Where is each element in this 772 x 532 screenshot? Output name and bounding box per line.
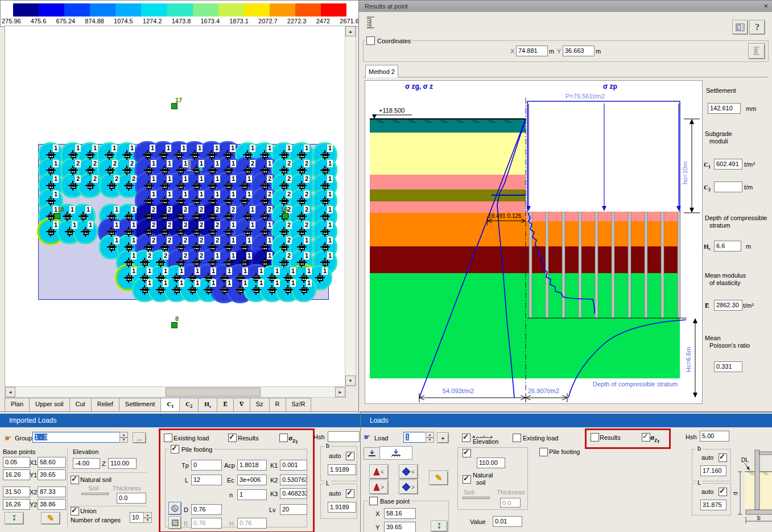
- hc-field[interactable]: 6.6: [714, 241, 741, 251]
- loads-l-auto-checkbox[interactable]: [719, 488, 727, 496]
- prev-area-button[interactable]: <: [369, 464, 389, 479]
- ranges-spinner[interactable]: ▲▼: [143, 512, 152, 523]
- k2-field[interactable]: 0.530763: [280, 475, 307, 485]
- prev-diamond-button[interactable]: <: [399, 464, 418, 479]
- loads-sigma-checkbox[interactable]: [642, 433, 650, 442]
- edit-points-button[interactable]: ✎: [41, 512, 60, 525]
- circular-pile-button[interactable]: [168, 502, 181, 515]
- report-view-button[interactable]: [732, 20, 748, 35]
- ec-field[interactable]: 3e+006: [237, 475, 267, 485]
- bp-val-3[interactable]: 31.50: [3, 486, 30, 497]
- plan-hscrollbar[interactable]: ◄ ►: [5, 386, 346, 398]
- x-coordinate-field[interactable]: 74.881: [516, 46, 548, 56]
- cross-section-drawing[interactable]: +118.500 P=79.561t/m2: [365, 80, 703, 404]
- scroll-up-arrow-icon[interactable]: ▲: [345, 26, 356, 36]
- scroll-left-arrow-icon[interactable]: ◄: [5, 387, 15, 397]
- l-auto-checkbox[interactable]: [346, 489, 354, 498]
- acp-field[interactable]: 1.8018: [237, 460, 267, 471]
- y-coordinate-field[interactable]: 36.663: [563, 46, 595, 56]
- base-point-checkbox[interactable]: [369, 497, 378, 505]
- next-diamond-button[interactable]: >: [399, 480, 418, 494]
- bp-x-field[interactable]: 58.16: [384, 508, 416, 519]
- results-checkbox[interactable]: [228, 434, 237, 442]
- tp-field[interactable]: 0: [191, 460, 222, 471]
- loads-natural-soil-checkbox[interactable]: [463, 475, 471, 484]
- tab-sz[interactable]: Sz: [250, 398, 270, 411]
- natural-soil-checkbox[interactable]: [71, 476, 79, 484]
- bp-val-4[interactable]: 16.26: [3, 499, 30, 510]
- tab-relief[interactable]: Relief: [91, 398, 119, 411]
- hsh-field[interactable]: [328, 431, 360, 442]
- help-button[interactable]: ?: [749, 20, 765, 35]
- l-field[interactable]: 12: [191, 475, 222, 485]
- add-load-button[interactable]: +: [437, 432, 449, 443]
- loads-elevation-field[interactable]: 110.00: [477, 457, 505, 468]
- n-field[interactable]: 1: [237, 489, 267, 500]
- bp-kv-1[interactable]: 58.60: [38, 457, 66, 468]
- bp-y-field[interactable]: 39.65: [384, 522, 416, 532]
- c1-field[interactable]: 602.491: [714, 159, 742, 170]
- lv-field[interactable]: 20: [280, 504, 307, 515]
- c2-field[interactable]: [714, 182, 742, 192]
- value-field[interactable]: 0.01: [493, 516, 522, 527]
- thickness-field[interactable]: 0.0: [117, 493, 146, 504]
- poisson-field[interactable]: 0.331: [714, 361, 742, 372]
- scroll-down-arrow-icon[interactable]: ▼: [345, 376, 356, 386]
- tab-c[interactable]: C1: [160, 398, 180, 411]
- tab-upper-soil[interactable]: Upper soil: [29, 398, 70, 411]
- sigma-checkbox[interactable]: [279, 434, 288, 442]
- emod-field[interactable]: 2862.30: [714, 300, 742, 311]
- k1-field[interactable]: 0.001: [280, 460, 307, 471]
- tab-plan[interactable]: Plan: [5, 398, 30, 411]
- tab-cut[interactable]: Cut: [69, 398, 92, 411]
- loads-b-value-field[interactable]: 17.160: [700, 465, 726, 476]
- tab-c[interactable]: C2: [179, 398, 199, 411]
- elevation-field[interactable]: -4.00: [73, 458, 100, 469]
- loads-l-value-field[interactable]: 31.875: [700, 500, 726, 510]
- bp-kv-4[interactable]: 38.86: [38, 499, 66, 510]
- coordinates-checkbox[interactable]: [366, 36, 375, 45]
- bp-kv-2[interactable]: 39.65: [38, 469, 66, 480]
- loads-b-auto-checkbox[interactable]: [719, 453, 727, 462]
- close-icon[interactable]: ×: [763, 2, 768, 10]
- z-field[interactable]: 110.00: [108, 458, 137, 469]
- existing-load-checkbox[interactable]: [164, 434, 172, 442]
- bp-val-1[interactable]: 0.05: [3, 457, 30, 468]
- hscroll-thumb[interactable]: [166, 387, 261, 397]
- group-spinner[interactable]: ▲▼: [119, 432, 128, 443]
- tab-sz-r[interactable]: Sz/R: [286, 398, 312, 411]
- scroll-right-arrow-icon[interactable]: ►: [335, 387, 345, 397]
- ranges-field[interactable]: 10: [130, 512, 145, 523]
- loads-hsh-field[interactable]: 5.00: [700, 431, 729, 442]
- plan-vscrollbar[interactable]: ▲ ▼: [345, 26, 356, 386]
- loads-existing-checkbox[interactable]: [513, 434, 521, 442]
- tab-h[interactable]: Hc: [198, 398, 217, 411]
- union-checkbox[interactable]: [71, 507, 79, 515]
- b-value-field[interactable]: 1.9189: [328, 464, 356, 475]
- applied-checkbox[interactable]: [462, 434, 470, 442]
- bp-kv-3[interactable]: 87.33: [38, 486, 66, 497]
- apply-points-button[interactable]: ▼▼: [5, 512, 24, 525]
- b-auto-checkbox[interactable]: [346, 452, 354, 460]
- tab-method-2[interactable]: Method 2: [365, 65, 398, 77]
- loads-elevation-checkbox[interactable]: [463, 449, 471, 457]
- plan-canvas[interactable]: 1111111111111111122221111112122112222111…: [5, 26, 346, 388]
- l-value-field[interactable]: 1.9189: [328, 502, 356, 513]
- tab-v-[interactable]: V̅: [233, 398, 250, 411]
- loads-soil-dropdown[interactable]: ⌄: [463, 497, 490, 499]
- loads-pile-footing-checkbox[interactable]: [539, 448, 548, 456]
- settlement-field[interactable]: 142.610: [708, 103, 741, 114]
- dialog-title-bar[interactable]: Results at point ×: [359, 1, 772, 12]
- next-area-button[interactable]: >: [369, 480, 389, 494]
- apply-base-point-button[interactable]: ▼▼: [431, 521, 448, 532]
- loads-results-checkbox[interactable]: [591, 433, 599, 442]
- group-combo[interactable]: 1 - 3: [32, 432, 122, 443]
- square-pile-button[interactable]: [168, 516, 181, 529]
- soil-dropdown[interactable]: ⌄: [81, 493, 109, 495]
- tab-distributed-load[interactable]: [379, 446, 412, 460]
- group-more-button[interactable]: ...: [133, 432, 146, 443]
- load-combo[interactable]: 1: [403, 432, 427, 443]
- tab-e-[interactable]: E̅: [217, 398, 233, 411]
- tab-point-load[interactable]: [364, 447, 381, 460]
- edit-load-button[interactable]: ✎: [429, 471, 448, 485]
